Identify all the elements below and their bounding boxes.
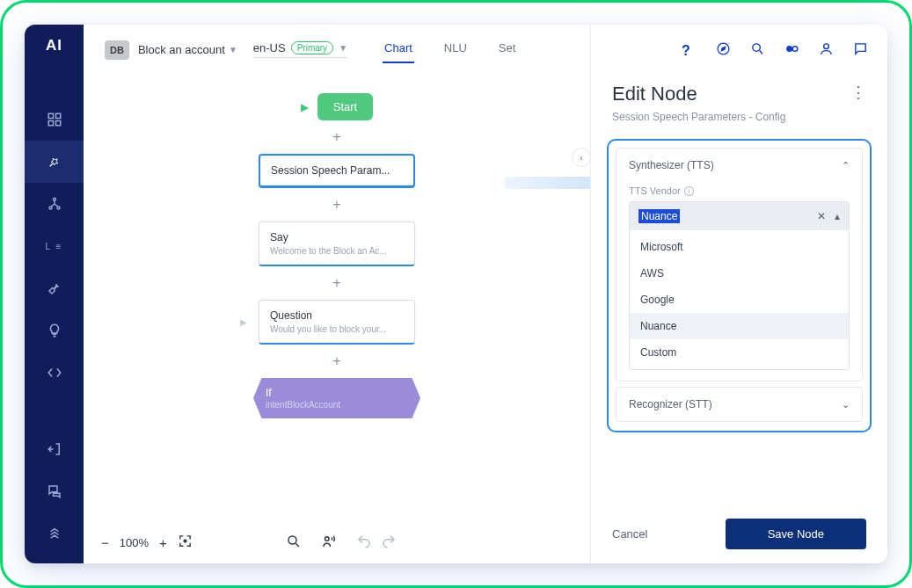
node-title: Session Speech Param... — [271, 164, 403, 177]
add-node-icon[interactable]: + — [332, 353, 340, 369]
kebab-menu-icon[interactable]: ⋮ — [850, 83, 866, 102]
cancel-button[interactable]: Cancel — [612, 527, 647, 541]
sidebar-bulb-icon[interactable] — [25, 309, 84, 352]
svg-point-9 — [288, 536, 296, 544]
svg-rect-0 — [48, 113, 53, 118]
user-icon[interactable] — [819, 41, 834, 60]
fit-screen-icon[interactable] — [178, 534, 193, 551]
flow-canvas[interactable]: ‹ ▶ Start + Session Speech Param... + Sa… — [84, 76, 590, 563]
tts-section: Synthesizer (TTS) ⌃ TTS Vendor i Nuance — [616, 148, 863, 381]
svg-point-16 — [786, 45, 792, 51]
node-title: If — [266, 387, 408, 399]
svg-point-7 — [57, 207, 60, 209]
flow-node-question[interactable]: ▶ Question Would you like to block your.… — [259, 300, 415, 345]
zoom-in-button[interactable]: + — [159, 535, 167, 550]
node-subtitle: Would you like to block your... — [270, 324, 404, 334]
add-node-icon[interactable]: + — [332, 197, 340, 213]
svg-point-6 — [49, 207, 52, 209]
sidebar-logout-icon[interactable] — [25, 428, 84, 470]
toggle-icon[interactable] — [784, 41, 799, 60]
clear-icon[interactable]: ✕ — [817, 210, 826, 222]
tts-vendor-select[interactable]: Nuance ✕ ▴ Microsoft AWS Google Nuance C… — [629, 201, 850, 370]
add-node-icon[interactable]: + — [332, 275, 340, 291]
zoom-level: 100% — [120, 536, 149, 549]
redo-icon[interactable] — [381, 534, 397, 553]
svg-point-11 — [325, 537, 330, 541]
panel-title: Edit Node — [612, 83, 785, 105]
locale-label: en-US — [253, 41, 286, 54]
node-subtitle: Welcome to the Block an Ac... — [270, 246, 404, 256]
primary-badge: Primary — [291, 41, 333, 54]
svg-marker-13 — [721, 47, 725, 50]
topbar: DB Block an account ▼ en-US Primary ▼ Ch… — [84, 25, 590, 76]
stt-section: Recognizer (STT) ⌄ — [616, 387, 863, 422]
comment-icon[interactable] — [853, 41, 868, 60]
info-icon[interactable]: i — [684, 186, 694, 196]
section-label: Synthesizer (TTS) — [629, 159, 714, 171]
chevron-down-icon[interactable]: ▼ — [339, 43, 347, 53]
chevron-up-icon[interactable]: ▴ — [835, 210, 840, 222]
flow-node-if[interactable]: If intentBlockAccount — [253, 378, 420, 418]
locale-selector[interactable]: en-US Primary ▼ — [253, 41, 347, 58]
node-title: Question — [270, 309, 404, 322]
sidebar-dashboard-icon[interactable] — [25, 98, 84, 141]
voice-icon[interactable] — [321, 534, 337, 553]
play-icon[interactable]: ▶ — [240, 317, 247, 327]
stt-section-header[interactable]: Recognizer (STT) ⌄ — [617, 388, 862, 421]
logo: AI — [46, 37, 62, 54]
option-nuance[interactable]: Nuance — [630, 313, 849, 339]
start-node[interactable]: Start — [317, 93, 373, 120]
tab-set[interactable]: Set — [497, 36, 518, 63]
main-area: DB Block an account ▼ en-US Primary ▼ Ch… — [84, 25, 590, 563]
sidebar-chat-icon[interactable] — [25, 470, 84, 512]
highlighted-region: Synthesizer (TTS) ⌃ TTS Vendor i Nuance — [607, 139, 872, 432]
panel-subtitle: Session Speech Parameters - Config — [612, 111, 785, 123]
option-google[interactable]: Google — [630, 287, 849, 313]
zoom-out-button[interactable]: − — [101, 535, 109, 550]
tts-section-header[interactable]: Synthesizer (TTS) ⌃ — [617, 149, 862, 182]
project-badge: DB — [105, 40, 129, 60]
panel-collapse-handle[interactable]: ‹ — [572, 148, 590, 167]
chevron-down-icon[interactable]: ▼ — [229, 45, 237, 54]
svg-point-17 — [792, 46, 798, 51]
sidebar-code-icon[interactable] — [25, 352, 84, 394]
node-subtitle: intentBlockAccount — [266, 400, 408, 410]
breadcrumb-title[interactable]: Block an account — [138, 43, 225, 56]
option-aws[interactable]: AWS — [630, 260, 849, 287]
tts-vendor-options: Microsoft AWS Google Nuance Custom — [630, 230, 849, 369]
sidebar-collapse-icon[interactable] — [25, 512, 84, 555]
add-node-icon[interactable]: + — [332, 129, 340, 145]
tab-nlu[interactable]: NLU — [442, 36, 469, 63]
save-node-button[interactable]: Save Node — [726, 519, 866, 549]
section-label: Recognizer (STT) — [629, 398, 712, 410]
node-title: Say — [270, 231, 404, 243]
flow-node-session-speech[interactable]: Session Speech Param... — [259, 154, 415, 188]
option-microsoft[interactable]: Microsoft — [630, 234, 849, 260]
undo-icon[interactable] — [356, 534, 372, 553]
tts-vendor-label: TTS Vendor i — [629, 185, 850, 196]
help-icon[interactable]: ? — [682, 43, 697, 58]
sidebar-pin-icon[interactable] — [25, 141, 84, 183]
tab-chart[interactable]: Chart — [383, 36, 414, 63]
svg-line-15 — [760, 50, 763, 54]
option-custom[interactable]: Custom — [630, 339, 849, 366]
flow-node-say[interactable]: Say Welcome to the Block an Ac... — [259, 221, 415, 266]
play-icon[interactable]: ▶ — [301, 101, 309, 113]
panel-toolbar: ? — [591, 25, 887, 76]
chevron-up-icon: ⌃ — [842, 160, 850, 171]
search-icon[interactable] — [750, 41, 765, 60]
svg-point-8 — [184, 540, 186, 542]
search-icon[interactable] — [286, 534, 302, 553]
svg-rect-3 — [55, 121, 60, 126]
canvas-tools — [286, 534, 397, 553]
svg-line-4 — [49, 163, 52, 166]
svg-rect-2 — [48, 121, 53, 126]
compass-icon[interactable] — [716, 41, 731, 60]
sidebar-wrench-icon[interactable] — [25, 267, 84, 309]
sidebar-flow-icon[interactable] — [25, 183, 84, 225]
pointer-arrow — [504, 171, 590, 195]
zoom-controls: − 100% + — [101, 534, 193, 551]
sidebar-list-icon[interactable]: L ≡ — [25, 225, 84, 267]
svg-point-5 — [53, 198, 55, 200]
svg-point-14 — [753, 43, 761, 51]
